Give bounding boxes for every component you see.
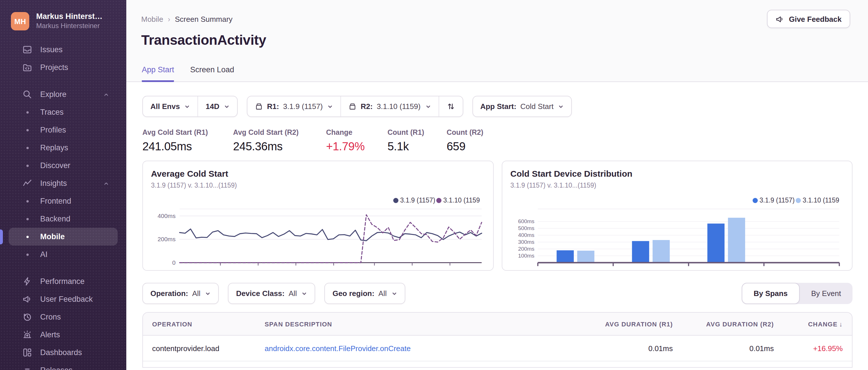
device-distribution-panel: Cold Start Device Distribution 3.1.9 (11… [502, 161, 852, 271]
stat-label: Change [326, 129, 388, 137]
legend-item[interactable]: 3.1.9 (1157) [393, 197, 435, 204]
sidebar-item-label: AI [40, 250, 110, 259]
legend-item[interactable]: 3.1.10 (1159 [796, 197, 839, 204]
sidebar-section: IssuesProjects [0, 41, 126, 76]
column-header-avg-duration-r2-[interactable]: AVG DURATION (R2) [673, 321, 774, 327]
breadcrumb-separator: › [168, 15, 170, 24]
avatar: MH [11, 12, 29, 30]
insights-icon [22, 178, 32, 188]
sidebar-item-frontend[interactable]: Frontend [9, 192, 118, 210]
sidebar-item-releases[interactable]: Releases [9, 361, 118, 370]
legend-dot-icon [753, 198, 758, 203]
tab-screen-load[interactable]: Screen Load [190, 65, 234, 82]
svg-text:200ms: 200ms [158, 236, 176, 242]
legend-dot-icon [393, 198, 398, 203]
legend-label: 3.1.9 (1157) [400, 197, 435, 204]
bullet-icon [22, 253, 32, 256]
column-header-span-description[interactable]: SPAN DESCRIPTION [265, 321, 558, 327]
sidebar-item-label: Performance [40, 277, 110, 286]
geo-region-filter: Geo region:All [324, 283, 405, 304]
stat-label: Count (R1) [388, 129, 446, 137]
stat-label: Count (R2) [446, 129, 498, 137]
sidebar-item-performance[interactable]: Performance [9, 272, 118, 290]
svg-text:Unknown: Unknown [788, 269, 815, 271]
sidebar-item-explore[interactable]: Explore [9, 86, 118, 103]
svg-text:medium: medium [639, 269, 662, 271]
sidebar-item-insights[interactable]: Insights [9, 174, 118, 192]
projects-icon [22, 63, 32, 72]
bullet-icon [22, 146, 32, 149]
sidebar-item-traces[interactable]: Traces [9, 103, 118, 121]
filter-value: All [192, 289, 200, 298]
column-header-operation[interactable]: OPERATION [152, 321, 265, 327]
toggle-by-event[interactable]: By Event [800, 283, 852, 304]
org-user-switcher[interactable]: MH Markus Hinterst… Markus Hintersteiner [0, 0, 126, 30]
sidebar-item-crons[interactable]: Crons [9, 308, 118, 326]
column-label: AVG DURATION (R2) [706, 321, 774, 327]
sidebar-item-label: Explore [40, 90, 95, 99]
legend-item[interactable]: 3.1.9 (1157) [753, 197, 795, 204]
sidebar-item-profiles[interactable]: Profiles [9, 121, 118, 139]
avg-cold-start-panel: Average Cold Start 3.1.9 (1157) v. 3.1.1… [143, 161, 494, 271]
tab-bar: App StartScreen Load [142, 65, 234, 82]
chevron-up-icon [103, 91, 110, 98]
user-org-name: Markus Hintersteiner [36, 22, 102, 30]
appstart-type-filter[interactable]: App Start: Cold Start [473, 96, 571, 116]
chart-legend: 3.1.9 (1157)3.1.10 (1159 [393, 197, 480, 204]
performance-icon [22, 276, 32, 286]
sidebar-item-alerts[interactable]: Alerts [9, 326, 118, 344]
filter-bar: All Envs 14D R1: 3.1.9 (1157) [143, 96, 852, 117]
sidebar-item-label: Dashboards [40, 348, 110, 357]
bar-chart: 100ms200ms300ms400ms500ms600mshighmedium… [510, 205, 844, 271]
release2-label: R2: [361, 102, 373, 111]
breadcrumb-mobile[interactable]: Mobile [141, 15, 163, 24]
chart-title: Average Cold Start [151, 169, 485, 178]
table-row-partial [143, 361, 852, 367]
svg-text:400ms: 400ms [518, 232, 534, 238]
sidebar-item-label: User Feedback [40, 295, 110, 303]
chevron-down-icon [185, 104, 190, 109]
sidebar-item-discover[interactable]: Discover [9, 157, 118, 174]
toggle-by-spans[interactable]: By Spans [741, 283, 800, 304]
swap-icon [446, 102, 455, 111]
sidebar-item-replays[interactable]: Replays [9, 139, 118, 157]
spans-table: OPERATIONSPAN DESCRIPTIONAVG DURATION (R… [143, 312, 852, 368]
date-range-filter[interactable]: 14D [198, 96, 237, 116]
sidebar-item-ai[interactable]: AI [9, 245, 118, 263]
svg-text:Jan 2 11:00 PM: Jan 2 11:00 PM [197, 270, 243, 271]
dashboards-icon [22, 348, 32, 358]
swap-releases-button[interactable] [439, 96, 462, 116]
sidebar-section: ExploreTracesProfilesReplaysDiscoverInsi… [0, 86, 126, 263]
sidebar-section: PerformanceUser FeedbackCronsAlertsDashb… [0, 272, 126, 370]
sidebar-item-label: Frontend [40, 197, 110, 205]
sidebar: MH Markus Hinterst… Markus Hintersteiner… [0, 0, 126, 370]
filter-value: All [289, 289, 297, 298]
release1-filter[interactable]: R1: 3.1.9 (1157) [247, 96, 340, 116]
legend-label: 3.1.9 (1157) [760, 197, 795, 204]
tab-app-start[interactable]: App Start [142, 65, 174, 82]
legend-item[interactable]: 3.1.10 (1159 [436, 197, 479, 204]
span-description-link[interactable]: androidx.core.content.FileProvider.onCre… [265, 344, 411, 352]
environment-filter[interactable]: All Envs [143, 96, 198, 116]
span-filter-bar: Operation:AllDevice Class:AllGeo region:… [143, 283, 852, 304]
column-header-avg-duration-r1-[interactable]: AVG DURATION (R1) [558, 321, 673, 327]
sidebar-item-mobile[interactable]: Mobile [9, 228, 118, 245]
filter-dropdown[interactable]: Operation:All [143, 283, 218, 303]
chevron-down-icon [205, 291, 211, 296]
release-icon [349, 102, 357, 110]
give-feedback-button[interactable]: Give Feedback [767, 10, 850, 28]
sidebar-item-dashboards[interactable]: Dashboards [9, 344, 118, 361]
breadcrumb-screen-summary: Screen Summary [175, 15, 232, 24]
sidebar-item-label: Discover [40, 161, 110, 170]
sidebar-item-label: Crons [40, 313, 110, 321]
filter-dropdown[interactable]: Device Class:All [228, 283, 315, 303]
legend-dot-icon [436, 198, 441, 203]
sidebar-item-user-feedback[interactable]: User Feedback [9, 290, 118, 308]
stat-count-r1-: Count (R1)5.1k [388, 129, 446, 153]
column-header-change[interactable]: CHANGE↓ [774, 321, 843, 327]
release2-filter[interactable]: R2: 3.1.10 (1159) [341, 96, 439, 116]
sidebar-item-issues[interactable]: Issues [9, 41, 118, 59]
filter-dropdown[interactable]: Geo region:All [325, 283, 404, 303]
sidebar-item-projects[interactable]: Projects [9, 59, 118, 76]
sidebar-item-backend[interactable]: Backend [9, 210, 118, 228]
